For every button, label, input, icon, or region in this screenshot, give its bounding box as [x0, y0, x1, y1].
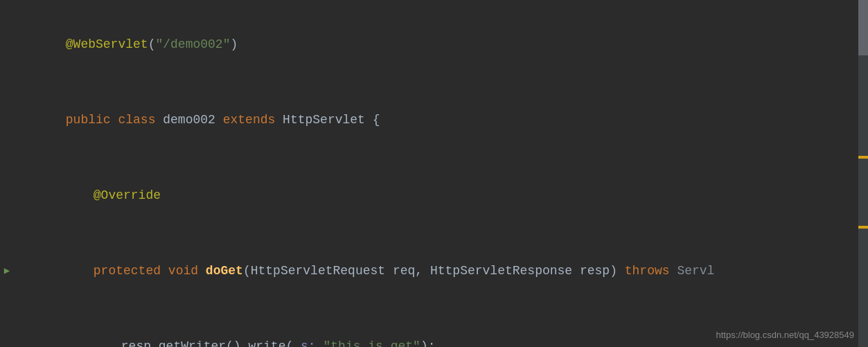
- token-annotation: @Override: [94, 188, 161, 202]
- token-plain: );: [420, 339, 436, 347]
- token-plain: demo002: [163, 113, 222, 127]
- token-param: s:: [293, 339, 323, 347]
- code-line: @WebServlet("/demo002"): [0, 7, 868, 82]
- gutter-line4: ▶: [0, 259, 14, 283]
- watermark: https://blog.csdn.net/qq_43928549: [716, 330, 855, 340]
- token-plain: ): [230, 37, 238, 51]
- token-keyword: void: [168, 264, 206, 278]
- token-plain: (HttpServletRequest req, HttpServletResp…: [243, 264, 625, 278]
- code-line: resp.getWriter().write( s: "this is get"…: [0, 309, 868, 347]
- code-line: ▶ protected void doGet(HttpServletReques…: [0, 233, 868, 309]
- token-keyword: class: [118, 113, 163, 127]
- token-throws-class: Servl: [677, 264, 714, 278]
- token-method: doGet: [206, 264, 243, 278]
- scrollbar-thumb[interactable]: [858, 0, 868, 55]
- token-brace: {: [373, 113, 380, 127]
- scrollbar-marker-1: [858, 156, 868, 159]
- line4-content: protected void doGet(HttpServletRequest …: [14, 235, 868, 308]
- token-plain: HttpServlet: [283, 113, 373, 127]
- code-line: public class demo002 extends HttpServlet…: [0, 82, 868, 158]
- scrollbar-marker-2: [858, 226, 868, 229]
- line1-content: @WebServlet("/demo002"): [14, 8, 868, 81]
- token-keyword: public: [66, 113, 118, 127]
- token-annotation: @WebServlet: [66, 37, 148, 51]
- line3-content: @Override: [14, 159, 868, 232]
- token-string: "/demo002": [155, 37, 230, 51]
- token-plain: resp.getWriter().write(: [121, 339, 293, 347]
- code-editor: @WebServlet("/demo002") public class dem…: [0, 0, 868, 347]
- line2-content: public class demo002 extends HttpServlet…: [14, 84, 868, 157]
- token-throws: throws: [625, 264, 677, 278]
- code-line: @Override: [0, 158, 868, 233]
- token-string: "this is get": [323, 339, 420, 347]
- token-keyword: protected: [94, 264, 168, 278]
- token-keyword: extends: [223, 113, 283, 127]
- line5-content: resp.getWriter().write( s: "this is get"…: [14, 310, 868, 347]
- token-plain: (: [148, 37, 156, 51]
- gutter-arrow-icon: ▶: [4, 259, 10, 283]
- scrollbar[interactable]: [858, 0, 868, 347]
